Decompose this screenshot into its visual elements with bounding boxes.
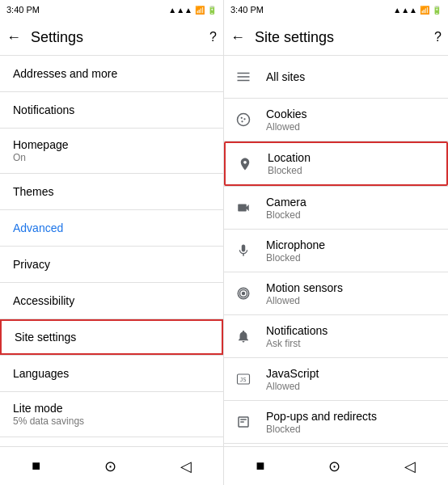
- settings-item-homepage[interactable]: Homepage On: [0, 129, 223, 173]
- settings-item-themes[interactable]: Themes: [0, 174, 223, 209]
- site-item-javascript-text: JavaScript Allowed: [266, 367, 319, 392]
- signal-icon: ▲▲▲: [168, 6, 192, 15]
- settings-item-site-settings[interactable]: Site settings: [0, 319, 223, 355]
- site-item-all-sites-text: All sites: [266, 70, 305, 83]
- left-nav-square[interactable]: ■: [25, 451, 47, 481]
- site-settings-list: All sites Cookies Allowed Location Block…: [224, 56, 448, 446]
- right-help-button[interactable]: ?: [434, 30, 442, 44]
- bell-icon: [234, 327, 253, 346]
- site-item-camera[interactable]: Camera Blocked: [224, 187, 448, 229]
- left-help-button[interactable]: ?: [209, 30, 217, 44]
- site-item-motion-sensors-text: Motion sensors Allowed: [266, 281, 343, 306]
- svg-rect-0: [238, 73, 250, 74]
- left-panel: 3:40 PM ▲▲▲ 📶 🔋 ← Settings ? Addresses a…: [0, 0, 224, 485]
- site-item-microphone-text: Microphone Blocked: [266, 238, 325, 264]
- site-item-all-sites[interactable]: All sites: [224, 56, 448, 98]
- site-item-notifications-text: Notifications Ask first: [266, 324, 328, 349]
- left-status-bar: 3:40 PM ▲▲▲ 📶 🔋: [0, 0, 223, 19]
- site-item-notifications[interactable]: Notifications Ask first: [224, 315, 448, 357]
- svg-point-3: [238, 114, 250, 126]
- site-item-popups[interactable]: Pop-ups and redirects Blocked: [224, 401, 448, 443]
- left-status-icons: ▲▲▲ 📶 🔋: [168, 6, 217, 15]
- microphone-icon: [234, 241, 253, 260]
- left-nav-circle[interactable]: ⊙: [98, 451, 123, 482]
- settings-item-accessibility[interactable]: Accessibility: [0, 283, 223, 318]
- right-header-title: Site settings: [255, 29, 425, 46]
- right-status-icons: ▲▲▲ 📶 🔋: [393, 6, 442, 15]
- cookies-icon: [234, 110, 253, 129]
- site-item-camera-text: Camera Blocked: [266, 196, 306, 221]
- wifi-icon: 📶: [195, 6, 205, 15]
- right-nav-square[interactable]: ■: [250, 451, 272, 481]
- site-item-popups-text: Pop-ups and redirects Blocked: [266, 410, 377, 435]
- javascript-icon: JS: [234, 369, 253, 389]
- right-header: ← Site settings ?: [224, 19, 448, 55]
- svg-point-7: [242, 292, 246, 296]
- site-item-motion-sensors[interactable]: Motion sensors Allowed: [224, 272, 448, 314]
- right-back-button[interactable]: ←: [230, 29, 245, 46]
- battery-icon: 🔋: [207, 6, 217, 15]
- right-nav-back[interactable]: ◁: [398, 451, 422, 482]
- left-header: ← Settings ?: [0, 19, 223, 55]
- right-nav-bar: ■ ⊙ ◁: [224, 446, 448, 485]
- left-nav-back[interactable]: ◁: [174, 451, 198, 482]
- right-wifi-icon: 📶: [420, 6, 429, 15]
- right-status-bar: 3:40 PM ▲▲▲ 📶 🔋: [224, 0, 448, 19]
- site-item-cookies[interactable]: Cookies Allowed: [224, 99, 448, 141]
- right-nav-circle[interactable]: ⊙: [322, 451, 347, 482]
- site-item-cookies-text: Cookies Allowed: [266, 108, 307, 133]
- camera-icon: [234, 198, 253, 217]
- all-sites-icon: [234, 67, 253, 86]
- right-battery-icon: 🔋: [432, 6, 442, 15]
- svg-rect-2: [238, 80, 250, 82]
- motion-sensors-icon: [234, 284, 253, 303]
- settings-item-privacy[interactable]: Privacy: [0, 247, 223, 282]
- settings-item-advanced[interactable]: Advanced: [0, 210, 223, 246]
- settings-item-addresses[interactable]: Addresses and more: [0, 56, 223, 91]
- svg-text:JS: JS: [240, 377, 247, 383]
- left-nav-bar: ■ ⊙ ◁: [0, 446, 223, 485]
- right-time: 3:40 PM: [230, 5, 264, 15]
- left-header-title: Settings: [31, 29, 200, 46]
- settings-item-downloads[interactable]: Downloads: [0, 437, 223, 446]
- location-icon: [235, 154, 255, 174]
- popup-icon: [234, 412, 253, 432]
- svg-rect-1: [238, 76, 250, 78]
- site-item-microphone[interactable]: Microphone Blocked: [224, 230, 448, 272]
- right-panel: 3:40 PM ▲▲▲ 📶 🔋 ← Site settings ? All si…: [224, 0, 448, 485]
- site-item-javascript[interactable]: JS JavaScript Allowed: [224, 358, 448, 400]
- settings-item-languages[interactable]: Languages: [0, 356, 223, 391]
- left-settings-list: Addresses and more Notifications Homepag…: [0, 56, 223, 446]
- site-item-location-text: Location Blocked: [268, 151, 311, 176]
- left-time: 3:40 PM: [6, 5, 40, 15]
- right-signal-icon: ▲▲▲: [393, 6, 417, 15]
- svg-point-6: [241, 120, 243, 122]
- svg-point-5: [243, 118, 245, 120]
- settings-item-lite-mode[interactable]: Lite mode 5% data savings: [0, 392, 223, 436]
- site-item-location[interactable]: Location Blocked: [224, 141, 448, 186]
- settings-item-notifications[interactable]: Notifications: [0, 92, 223, 128]
- svg-point-4: [241, 117, 243, 119]
- left-back-button[interactable]: ←: [6, 29, 21, 46]
